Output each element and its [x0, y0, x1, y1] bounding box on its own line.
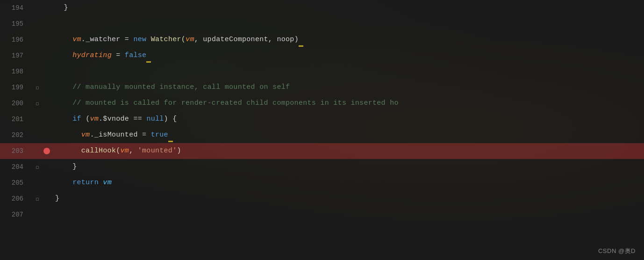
code-text: } — [51, 159, 77, 175]
code-line: 207 — [0, 207, 644, 223]
line-number: 201 — [0, 116, 33, 123]
line-number: 199 — [0, 84, 33, 91]
breakpoint-dot — [43, 148, 50, 154]
line-number: 203 — [0, 147, 33, 155]
fold-icon[interactable]: ◻ — [33, 196, 42, 202]
watermark: CSDN @奥D — [598, 247, 636, 255]
breakpoint-area[interactable] — [42, 148, 51, 154]
line-number: 207 — [0, 211, 33, 218]
code-text: // manually mounted instance, call mount… — [51, 79, 290, 95]
code-line: 206◻} — [0, 191, 644, 207]
code-text: vm._watcher = new Watcher(vm, updateComp… — [51, 32, 303, 48]
code-line: 196 vm._watcher = new Watcher(vm, update… — [0, 32, 644, 48]
code-text: if (vm.$vnode == null) { — [51, 111, 177, 127]
line-number: 195 — [0, 20, 33, 28]
code-line: 194 } — [0, 0, 644, 16]
line-number: 200 — [0, 100, 33, 107]
line-number: 196 — [0, 36, 33, 43]
code-line: 198 — [0, 64, 644, 79]
line-number: 194 — [0, 4, 33, 12]
code-text: hydrating = false — [51, 48, 151, 64]
code-line: 195 — [0, 16, 644, 32]
line-number: 202 — [0, 131, 33, 139]
code-text: } — [51, 191, 59, 207]
code-editor: 194 }195196 vm._watcher = new Watcher(vm… — [0, 0, 644, 260]
code-text: callHook(vm, 'mounted') — [51, 143, 181, 159]
code-text: vm._isMounted = true — [51, 127, 173, 143]
line-number: 206 — [0, 195, 33, 202]
code-line: 199◻ // manually mounted instance, call … — [0, 79, 644, 95]
code-text: } — [51, 0, 68, 16]
code-text: // mounted is called for render-created … — [51, 95, 399, 111]
code-line: 205 return vm — [0, 175, 644, 191]
line-number: 205 — [0, 179, 33, 187]
line-number: 198 — [0, 68, 33, 75]
code-text: return vm — [51, 175, 112, 191]
code-line: 203 callHook(vm, 'mounted') — [0, 143, 644, 159]
fold-icon[interactable]: ◻ — [33, 85, 42, 91]
code-line: 204◻ } — [0, 159, 644, 175]
fold-icon[interactable]: ◻ — [33, 164, 42, 170]
code-line: 202 vm._isMounted = true — [0, 127, 644, 143]
line-number: 204 — [0, 163, 33, 171]
line-number: 197 — [0, 52, 33, 59]
code-content: 194 }195196 vm._watcher = new Watcher(vm… — [0, 0, 644, 223]
code-line: 197 hydrating = false — [0, 48, 644, 64]
fold-icon[interactable]: ◻ — [33, 101, 42, 107]
code-line: 201 if (vm.$vnode == null) { — [0, 111, 644, 127]
code-line: 200◻ // mounted is called for render-cre… — [0, 95, 644, 111]
